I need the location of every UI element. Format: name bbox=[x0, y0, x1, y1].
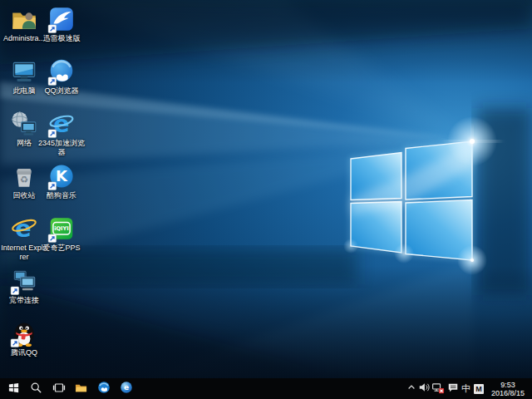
ime-chinese-indicator: 中 bbox=[460, 382, 472, 395]
desktop-icon-broadband[interactable]: 宽带连接 bbox=[0, 267, 48, 305]
qq-browser-icon bbox=[47, 57, 76, 86]
task-view-button[interactable] bbox=[47, 378, 70, 399]
desktop: Administra... 此电脑 网络 bbox=[0, 0, 532, 378]
shortcut-arrow-badge bbox=[48, 130, 57, 138]
chevron-up-icon bbox=[406, 382, 416, 395]
messages-button[interactable] bbox=[446, 378, 460, 399]
desktop-icon-label: 腾讯QQ bbox=[11, 348, 37, 357]
qq-browser-icon bbox=[97, 381, 111, 397]
task-view-icon bbox=[52, 382, 66, 397]
blue-sphere-e-icon: e bbox=[120, 381, 133, 397]
shortcut-arrow-badge bbox=[48, 25, 57, 33]
desktop-icon-label: QQ浏览器 bbox=[44, 86, 78, 96]
desktop-icon-label: 网络 bbox=[17, 139, 32, 148]
desktop-icon-label: 2345加速浏览器 bbox=[37, 139, 86, 157]
desktop-icon-label: 回收站 bbox=[13, 191, 36, 200]
desktop-icon-label: 迅雷极速版 bbox=[43, 34, 81, 43]
shortcut-arrow-badge bbox=[48, 77, 57, 86]
desktop-icon-kugou[interactable]: K 酷狗音乐 bbox=[37, 162, 86, 200]
desktop-icon-tencent-qq[interactable]: 腾讯QQ bbox=[0, 319, 48, 357]
speech-bubble-icon bbox=[447, 382, 459, 396]
svg-text:♻: ♻ bbox=[20, 174, 28, 185]
desktop-icon-thunder[interactable]: 迅雷极速版 bbox=[37, 5, 86, 43]
search-icon bbox=[30, 382, 42, 397]
network-disconnected-icon bbox=[431, 382, 445, 397]
user-folder-icon bbox=[10, 5, 38, 33]
shortcut-arrow-badge bbox=[11, 287, 19, 295]
volume-button[interactable] bbox=[417, 378, 431, 399]
tencent-qq-icon bbox=[10, 319, 38, 347]
2345-browser-icon: e bbox=[47, 110, 76, 138]
system-tray: 中 M 9:53 2016/8/15 bbox=[406, 378, 532, 399]
this-pc-icon bbox=[10, 57, 38, 86]
desktop-icon-label: 此电脑 bbox=[13, 86, 36, 96]
show-hidden-icons-button[interactable] bbox=[406, 378, 417, 399]
svg-text:e: e bbox=[123, 383, 128, 392]
shortcut-arrow-badge bbox=[11, 339, 19, 347]
desktop-icon-qq-browser[interactable]: QQ浏览器 bbox=[37, 57, 86, 96]
start-button[interactable] bbox=[2, 378, 25, 399]
network-status-button[interactable] bbox=[431, 378, 446, 399]
broadband-connection-icon bbox=[10, 267, 38, 295]
internet-explorer-icon: e bbox=[10, 214, 38, 243]
qq-browser-taskbar-button[interactable] bbox=[92, 378, 115, 399]
network-icon bbox=[10, 110, 38, 138]
taskbar-clock[interactable]: 9:53 2016/8/15 bbox=[485, 381, 530, 397]
iqiyi-pps-icon: iQIYI bbox=[47, 214, 76, 243]
ime-mode-button[interactable]: 中 bbox=[460, 378, 472, 399]
windows-logo-icon bbox=[7, 382, 20, 397]
kugou-music-icon: K bbox=[47, 162, 76, 190]
svg-text:K: K bbox=[56, 167, 68, 185]
clock-date: 2016/8/15 bbox=[487, 389, 529, 397]
browser-sphere-taskbar-button[interactable]: e bbox=[115, 378, 137, 399]
ime-letter-indicator: M bbox=[474, 384, 484, 394]
folder-icon bbox=[74, 382, 88, 397]
shortcut-arrow-badge bbox=[48, 182, 57, 190]
svg-text:iQIYI: iQIYI bbox=[54, 225, 69, 232]
clock-time: 9:53 bbox=[487, 381, 529, 389]
desktop-icon-label: 宽带连接 bbox=[9, 296, 39, 305]
shortcut-arrow-badge bbox=[48, 234, 57, 243]
desktop-icon-iqiyi[interactable]: iQIYI 爱奇艺PPS bbox=[37, 214, 86, 253]
search-button[interactable] bbox=[25, 378, 47, 399]
recycle-bin-icon: ♻ bbox=[10, 162, 38, 190]
thunder-speed-icon bbox=[47, 5, 76, 33]
desktop-icon-2345-browser[interactable]: e 2345加速浏览器 bbox=[37, 110, 86, 157]
speaker-icon bbox=[418, 382, 430, 396]
desktop-icon-label: 酷狗音乐 bbox=[47, 191, 76, 200]
taskbar: e bbox=[0, 378, 532, 399]
desktop-icon-label: 爱奇艺PPS bbox=[42, 244, 80, 253]
ime-language-button[interactable]: M bbox=[472, 378, 485, 399]
file-explorer-button[interactable] bbox=[70, 378, 92, 399]
